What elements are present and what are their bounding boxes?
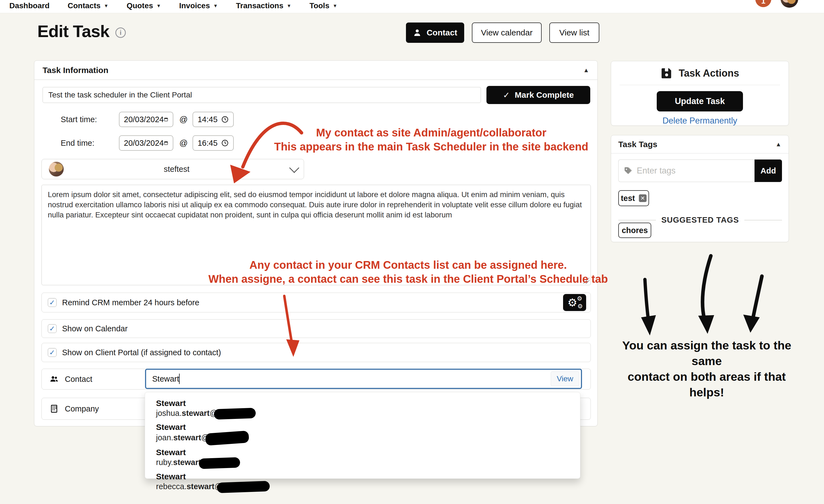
building-icon xyxy=(49,404,59,413)
reminder-settings-button[interactable]: ⚙ ⚙ ⚙ xyxy=(563,294,586,311)
show-on-portal-label: Show on Client Portal (if assigned to co… xyxy=(62,348,221,357)
calendar-icon xyxy=(164,139,168,147)
people-icon xyxy=(49,374,59,384)
info-icon[interactable]: i xyxy=(115,27,126,38)
chevron-down-icon: ▼ xyxy=(156,4,161,8)
start-time-row: Start time: 20/03/2024 @ 14:45 xyxy=(61,112,234,127)
clock-icon xyxy=(221,116,229,123)
clock-icon xyxy=(221,139,229,147)
suggestion-name: Stewart xyxy=(156,448,569,457)
end-time-input[interactable]: 16:45 xyxy=(193,135,234,151)
check-icon: ✓ xyxy=(49,348,55,357)
contact-search-input[interactable] xyxy=(145,369,582,389)
suggestion-name: Stewart xyxy=(156,472,569,482)
collapse-caret-icon[interactable]: ▲ xyxy=(776,141,782,148)
chevron-down-icon: ▼ xyxy=(104,4,108,8)
end-date-input[interactable]: 20/03/2024 xyxy=(119,135,173,151)
divider xyxy=(744,220,782,221)
task-title-input[interactable] xyxy=(42,87,481,103)
add-tag-button[interactable]: Add xyxy=(754,159,782,182)
remind-label: Remind CRM member 24 hours before xyxy=(62,298,199,307)
text-cursor xyxy=(179,374,180,384)
divider xyxy=(618,220,656,221)
company-row-label: Company xyxy=(65,404,99,413)
task-actions-title: Task Actions xyxy=(679,68,739,79)
view-button-label: View xyxy=(557,374,573,383)
contact-suggestion[interactable]: Stewart rebecca.stewart@ xyxy=(145,470,580,494)
person-icon xyxy=(413,28,422,37)
assignee-select[interactable]: steftest xyxy=(41,159,304,179)
at-separator: @ xyxy=(179,115,188,124)
collapse-caret-icon[interactable]: ▲ xyxy=(583,67,589,74)
nav-invoices[interactable]: Invoices▼ xyxy=(179,2,218,11)
end-time-value: 16:45 xyxy=(198,139,217,148)
black-arrow-3 xyxy=(743,276,762,333)
suggestion-email: rebecca.stewart@ xyxy=(156,482,569,492)
nav-dashboard[interactable]: Dashboard xyxy=(9,2,49,11)
show-on-calendar-checkbox[interactable]: ✓ xyxy=(48,324,57,333)
panel-title: Task Information xyxy=(42,66,108,75)
check-icon: ✓ xyxy=(503,90,510,100)
nav-tools[interactable]: Tools▼ xyxy=(310,2,337,11)
view-contact-button[interactable]: View xyxy=(551,371,579,386)
end-time-row: End time: 20/03/2024 @ 16:45 xyxy=(61,135,234,151)
view-list-button[interactable]: View list xyxy=(549,22,599,43)
contact-suggestion[interactable]: Stewart joan.stewart@ xyxy=(145,420,580,446)
save-icon xyxy=(660,67,673,79)
start-time-input[interactable]: 14:45 xyxy=(193,112,234,127)
view-list-label: View list xyxy=(559,28,589,37)
contact-row-label: Contact xyxy=(65,375,92,384)
redaction-blob xyxy=(205,431,249,446)
nav-transactions[interactable]: Transactions▼ xyxy=(236,2,291,11)
redaction-blob xyxy=(199,457,240,469)
add-tag-label: Add xyxy=(760,166,776,175)
mark-complete-button[interactable]: ✓ Mark Complete xyxy=(487,86,590,104)
view-calendar-button[interactable]: View calendar xyxy=(472,22,542,43)
top-navigation: Dashboard Contacts▼ Quotes▼ Invoices▼ Tr… xyxy=(0,0,824,13)
suggestion-email: joshua.stewart@ xyxy=(156,408,569,419)
task-information-header: Task Information ▲ xyxy=(34,61,597,80)
show-on-calendar-label: Show on Calendar xyxy=(62,324,128,333)
show-on-portal-row: ✓ Show on Client Portal (if assigned to … xyxy=(41,343,591,362)
delete-permanently-link[interactable]: Delete Permanently xyxy=(662,116,737,126)
nav-quotes[interactable]: Quotes▼ xyxy=(127,2,161,11)
at-separator: @ xyxy=(179,138,188,148)
nav-label: Quotes xyxy=(127,2,153,10)
nav-contacts[interactable]: Contacts▼ xyxy=(68,2,108,11)
page-title-row: Edit Task i xyxy=(37,21,126,41)
contact-suggestion[interactable]: Stewart joshua.stewart@ xyxy=(145,397,580,420)
tag-chip-chores[interactable]: chores xyxy=(618,223,651,238)
remind-checkbox[interactable]: ✓ xyxy=(48,298,57,307)
description-textarea[interactable]: Lorem ipsum dolor sit amet, consectetur … xyxy=(41,185,591,285)
tag-chip-test[interactable]: test ✕ xyxy=(618,190,649,206)
tag-label: chores xyxy=(622,226,648,235)
show-on-portal-checkbox[interactable]: ✓ xyxy=(48,348,57,357)
resize-handle[interactable] xyxy=(584,278,590,284)
nav-label: Contacts xyxy=(68,2,101,10)
tag-label: test xyxy=(621,194,635,203)
edit-task-page: Dashboard Contacts▼ Quotes▼ Invoices▼ Tr… xyxy=(0,0,824,504)
check-icon: ✓ xyxy=(49,325,55,333)
page-title: Edit Task xyxy=(37,21,109,41)
tag-input-row: Add xyxy=(618,159,782,182)
assignee-avatar xyxy=(49,162,64,176)
update-task-button[interactable]: Update Task xyxy=(657,91,743,111)
task-tags-header: Task Tags ▲ xyxy=(611,135,789,153)
chevron-down-icon: ▼ xyxy=(213,4,218,8)
end-date-value: 20/03/2024 xyxy=(124,139,164,148)
nav-label: Invoices xyxy=(179,2,210,10)
start-date-input[interactable]: 20/03/2024 xyxy=(119,112,173,127)
mark-complete-label: Mark Complete xyxy=(515,90,574,100)
remove-tag-icon[interactable]: ✕ xyxy=(639,195,646,202)
chevron-down-icon: ▼ xyxy=(333,4,337,8)
tag-input[interactable] xyxy=(637,166,749,176)
contact-button[interactable]: Contact xyxy=(406,22,464,43)
show-on-calendar-row: ✓ Show on Calendar xyxy=(41,319,591,338)
contact-suggestion[interactable]: Stewart ruby.stewart xyxy=(145,446,580,470)
header-buttons: Contact View calendar View list xyxy=(406,22,599,43)
gear-icon: ⚙ xyxy=(577,295,582,302)
black-arrow-1 xyxy=(641,279,656,336)
task-title-field-wrap xyxy=(42,87,481,103)
gear-icon: ⚙ xyxy=(577,303,583,310)
view-calendar-label: View calendar xyxy=(481,28,533,37)
